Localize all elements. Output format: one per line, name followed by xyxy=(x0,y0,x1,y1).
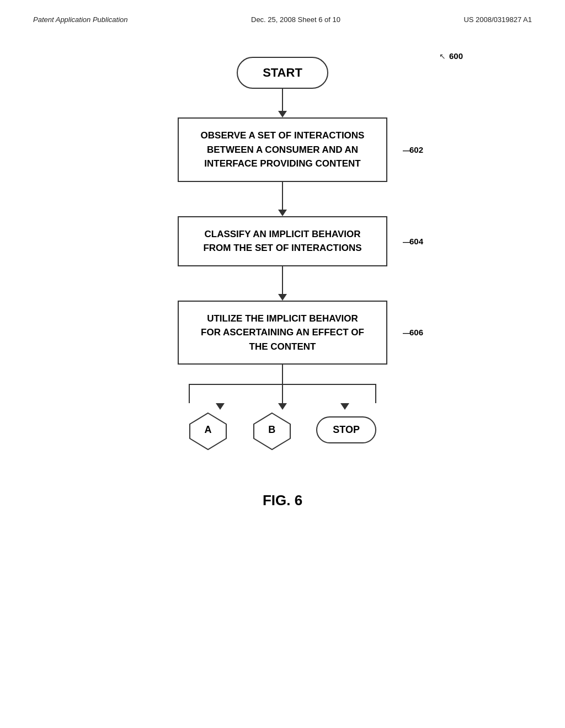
box-606-line3: THE CONTENT xyxy=(249,341,316,352)
box-604-line1: CLASSIFY AN IMPLICIT BEHAVIOR xyxy=(204,229,360,239)
terminal-stop-shape: STOP xyxy=(316,416,376,443)
box-606-line2: FOR ASCERTAINING AN EFFECT OF xyxy=(201,327,364,338)
start-shape: START xyxy=(237,57,328,89)
connector-602-604 xyxy=(278,182,287,216)
branch-left-vert xyxy=(189,384,190,403)
connector-start-602 xyxy=(278,89,287,117)
header-date-sheet: Dec. 25, 2008 Sheet 6 of 10 xyxy=(251,15,340,24)
box-602: OBSERVE A SET OF INTERACTIONS BETWEEN A … xyxy=(178,117,387,182)
start-block: START xyxy=(237,57,328,89)
box-606-line1: UTILIZE THE IMPLICIT BEHAVIOR xyxy=(207,313,358,324)
page-header: Patent Application Publication Dec. 25, … xyxy=(0,0,565,24)
arrow-to-a xyxy=(216,403,225,410)
box-604-container: CLASSIFY AN IMPLICIT BEHAVIOR FROM THE S… xyxy=(178,216,387,266)
box-606: UTILIZE THE IMPLICIT BEHAVIOR FOR ASCERT… xyxy=(178,301,387,365)
box-602-container: OBSERVE A SET OF INTERACTIONS BETWEEN A … xyxy=(178,117,387,182)
terminal-b-label: B xyxy=(268,424,275,436)
arrow-to-stop xyxy=(340,403,349,410)
branch-arrows xyxy=(189,403,376,410)
box-604-line2: FROM THE SET OF INTERACTIONS xyxy=(203,243,361,253)
terminal-a-shape: A xyxy=(189,412,227,448)
branch-right-vert xyxy=(375,384,376,403)
header-patent-number: US 2008/0319827 A1 xyxy=(463,15,532,24)
arrow-to-b xyxy=(278,403,287,410)
box-602-line2: BETWEEN A CONSUMER AND AN xyxy=(207,144,358,155)
header-publication-label: Patent Application Publication xyxy=(33,15,128,24)
connector-604-606 xyxy=(278,266,287,301)
box-606-id: —606 xyxy=(403,328,423,337)
diagram-area: ↖ 600 START OBSERVE A SET OF INTERACTION… xyxy=(0,57,565,448)
box-606-container: UTILIZE THE IMPLICIT BEHAVIOR FOR ASCERT… xyxy=(178,301,387,365)
box-602-line3: INTERFACE PROVIDING CONTENT xyxy=(204,158,360,169)
branch-center-vert xyxy=(282,384,283,403)
branch-connector xyxy=(178,365,387,410)
box-602-id: —602 xyxy=(403,145,423,154)
bottom-terminals: A B STOP xyxy=(189,412,376,448)
terminal-a-label: A xyxy=(205,424,212,436)
figure-600-label: ↖ 600 xyxy=(439,51,463,61)
box-604: CLASSIFY AN IMPLICIT BEHAVIOR FROM THE S… xyxy=(178,216,387,266)
figure-caption: FIG. 6 xyxy=(0,492,565,509)
box-602-line1: OBSERVE A SET OF INTERACTIONS xyxy=(201,130,365,141)
terminal-b-shape: B xyxy=(253,412,291,448)
box-604-id: —604 xyxy=(403,237,423,246)
branch-h-line xyxy=(189,384,376,385)
